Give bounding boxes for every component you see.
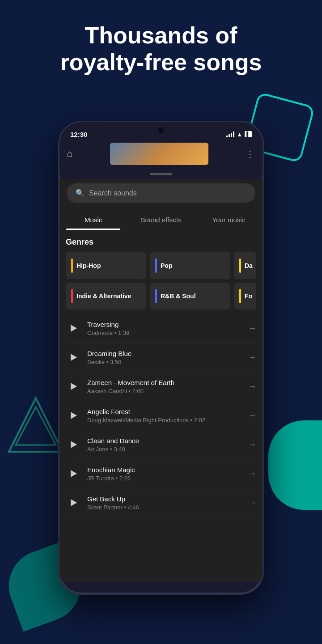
headline-line1: Thousands of <box>85 22 237 48</box>
track-arrow[interactable]: → <box>248 469 256 479</box>
home-icon[interactable]: ⌂ <box>67 148 72 160</box>
track-list: Traversing Godmode • 1:39 → Dreaming Blu… <box>59 314 263 517</box>
play-button[interactable] <box>66 349 82 365</box>
track-item[interactable]: Angelic Forest Doug Maxwell/Media Right … <box>66 401 256 430</box>
track-arrow[interactable]: → <box>248 353 256 362</box>
track-arrow[interactable]: → <box>248 411 256 420</box>
svg-marker-0 <box>9 398 63 452</box>
tab-music[interactable]: Music <box>59 210 127 230</box>
track-arrow[interactable]: → <box>248 498 256 508</box>
search-icon: 🔍 <box>76 189 85 197</box>
track-meta: Godmode • 1:39 <box>87 330 243 336</box>
play-icon <box>71 383 77 390</box>
genre-folk-partial[interactable]: Fo <box>234 283 256 309</box>
track-name: Angelic Forest <box>87 408 243 415</box>
drag-handle <box>150 173 172 175</box>
track-meta: JR Tundra • 2:26 <box>87 475 243 482</box>
camera-notch <box>158 127 164 134</box>
track-arrow[interactable]: → <box>248 440 256 449</box>
track-item[interactable]: Dreaming Blue Sextile • 3:50 → <box>66 343 256 372</box>
genre-accent <box>71 258 73 273</box>
headline: Thousands of royalty-free songs <box>0 22 322 76</box>
genres-grid: Hip-Hop Pop Da Indie & Alternative <box>66 252 256 309</box>
deco-wave <box>268 420 322 510</box>
track-meta: Sextile • 3:50 <box>87 359 243 365</box>
svg-marker-1 <box>16 407 56 445</box>
track-info: Dreaming Blue Sextile • 3:50 <box>87 350 243 365</box>
headline-line2: royalty-free songs <box>60 49 262 75</box>
genre-accent <box>239 258 241 273</box>
tab-sound-effects[interactable]: Sound effects <box>127 210 195 230</box>
track-arrow[interactable]: → <box>248 324 256 333</box>
track-name: Zameen - Movement of Earth <box>87 379 243 386</box>
play-button[interactable] <box>66 466 82 482</box>
genre-accent <box>71 289 73 303</box>
track-item[interactable]: Clean and Dance An Jone • 3:40 → <box>66 430 256 459</box>
track-item[interactable]: Get Back Up Silent Partner • 4:46 → <box>66 488 256 517</box>
play-button[interactable] <box>66 378 82 394</box>
track-arrow[interactable]: → <box>248 382 256 391</box>
tab-your-music[interactable]: Your music <box>195 210 263 230</box>
genre-rnb[interactable]: R&B & Soul <box>150 283 230 309</box>
genre-accent <box>155 289 157 303</box>
search-input[interactable]: Search sounds <box>89 189 137 197</box>
deco-triangle <box>4 394 67 456</box>
track-info: Enochian Magic JR Tundra • 2:26 <box>87 466 243 482</box>
wifi-icon: ▲ <box>237 131 242 138</box>
search-section: 🔍 Search sounds <box>59 179 263 210</box>
app-header: ⌂ ⋮ <box>59 140 263 168</box>
genre-indie[interactable]: Indie & Alternative <box>66 283 146 309</box>
play-icon <box>71 499 77 506</box>
play-button[interactable] <box>66 320 82 336</box>
menu-icon[interactable]: ⋮ <box>246 148 255 159</box>
track-item[interactable]: Enochian Magic JR Tundra • 2:26 → <box>66 459 256 488</box>
track-item[interactable]: Zameen - Movement of Earth Aakash Gandhi… <box>66 372 256 401</box>
track-info: Clean and Dance An Jone • 3:40 <box>87 437 243 453</box>
genre-pop[interactable]: Pop <box>150 252 230 279</box>
track-meta: An Jone • 3:40 <box>87 446 243 453</box>
track-meta: Silent Partner • 4:46 <box>87 504 243 511</box>
track-item[interactable]: Traversing Godmode • 1:39 → <box>66 314 256 343</box>
play-icon <box>71 325 77 332</box>
battery-icon: ▌ <box>245 131 252 137</box>
track-meta: Doug Maxwell/Media Right Productions • 2… <box>87 417 243 424</box>
signal-bars <box>226 131 234 137</box>
play-button[interactable] <box>66 495 82 511</box>
genres-section: Genres Hip-Hop Pop Da <box>59 230 263 314</box>
track-name: Clean and Dance <box>87 437 243 445</box>
phone-content: 🔍 Search sounds Music Sound effects Your… <box>59 179 263 581</box>
track-info: Traversing Godmode • 1:39 <box>87 321 243 336</box>
track-meta: Aakash Gandhi • 2:00 <box>87 388 243 394</box>
play-icon <box>71 412 77 419</box>
track-name: Dreaming Blue <box>87 350 243 357</box>
phone-screen: 12:30 ▲ ▌ ⌂ ⋮ 🔍 Search <box>58 121 264 595</box>
genre-accent <box>239 289 241 303</box>
track-info: Angelic Forest Doug Maxwell/Media Right … <box>87 408 243 424</box>
track-name: Get Back Up <box>87 495 243 503</box>
play-button[interactable] <box>66 436 82 453</box>
track-info: Zameen - Movement of Earth Aakash Gandhi… <box>87 379 243 394</box>
phone-mockup: 12:30 ▲ ▌ ⌂ ⋮ 🔍 Search <box>58 121 264 595</box>
genres-title: Genres <box>66 237 256 247</box>
play-icon <box>71 354 77 361</box>
track-name: Traversing <box>87 321 243 328</box>
track-info: Get Back Up Silent Partner • 4:46 <box>87 495 243 511</box>
status-time: 12:30 <box>70 131 87 138</box>
genre-dance-partial[interactable]: Da <box>234 252 256 279</box>
genre-accent <box>155 258 157 273</box>
track-name: Enochian Magic <box>87 466 243 474</box>
play-icon <box>71 441 77 448</box>
play-icon <box>71 470 77 477</box>
genre-hip-hop[interactable]: Hip-Hop <box>66 252 146 279</box>
thumbnail-preview <box>110 143 208 165</box>
play-button[interactable] <box>66 407 82 424</box>
tab-bar: Music Sound effects Your music <box>59 210 263 230</box>
search-bar[interactable]: 🔍 Search sounds <box>67 183 255 203</box>
status-icons: ▲ ▌ <box>226 131 252 138</box>
